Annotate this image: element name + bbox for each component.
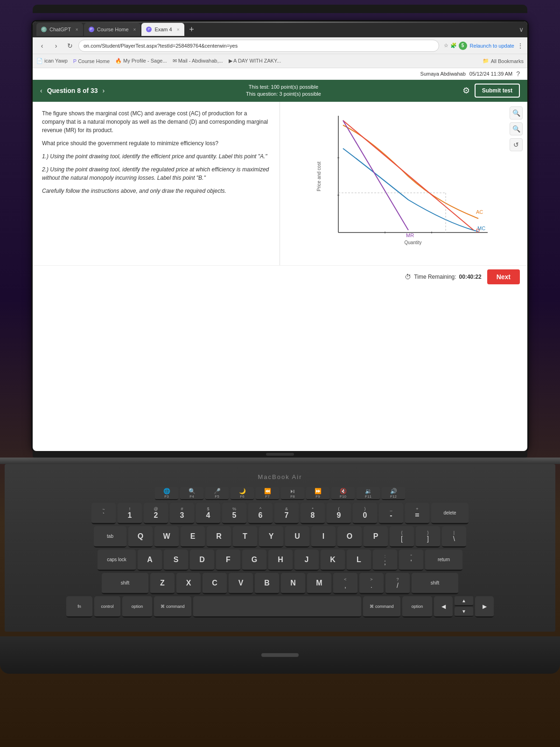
chatgpt-close[interactable]: ×: [76, 27, 78, 32]
key-h[interactable]: H: [268, 550, 293, 571]
key-semicolon[interactable]: :;: [373, 550, 397, 571]
key-shift-right[interactable]: shift: [412, 573, 458, 594]
exam4-close[interactable]: ×: [177, 27, 180, 32]
key-f[interactable]: F: [216, 550, 240, 571]
key-backslash[interactable]: |\: [442, 526, 466, 548]
key-f6[interactable]: 🌙F6: [231, 487, 254, 500]
key-slash[interactable]: ?/: [385, 573, 410, 594]
key-a[interactable]: A: [138, 550, 162, 571]
key-4[interactable]: $4: [196, 503, 220, 524]
key-t[interactable]: T: [233, 526, 257, 548]
next-button[interactable]: Next: [487, 269, 520, 284]
key-equals[interactable]: +=: [405, 503, 429, 524]
key-u[interactable]: U: [285, 526, 309, 548]
key-minus[interactable]: _-: [379, 503, 403, 524]
key-w[interactable]: W: [154, 526, 179, 548]
back-button[interactable]: ‹: [36, 40, 48, 51]
key-f10[interactable]: 🔇F10: [331, 487, 355, 500]
submit-test-button[interactable]: Submit test: [475, 84, 520, 98]
key-z[interactable]: Z: [150, 573, 175, 594]
forward-button[interactable]: ›: [50, 40, 62, 51]
key-d[interactable]: D: [190, 550, 214, 571]
bookmark-mail[interactable]: ✉ Mail - Abdiwahab,...: [173, 58, 223, 64]
extensions-icon[interactable]: 🧩: [450, 42, 457, 49]
key-7[interactable]: &7: [274, 503, 299, 524]
settings-icon[interactable]: ⚙: [462, 85, 470, 96]
key-n[interactable]: N: [281, 573, 305, 594]
key-k[interactable]: K: [321, 550, 345, 571]
key-1[interactable]: !1: [118, 503, 142, 524]
key-5[interactable]: %5: [222, 503, 246, 524]
key-f11[interactable]: 🔉F11: [357, 487, 380, 500]
key-cmd-left[interactable]: ⌘ command: [154, 596, 191, 618]
key-f4[interactable]: 🔍F4: [180, 487, 203, 500]
key-q[interactable]: Q: [128, 526, 153, 548]
zoom-out-button[interactable]: 🔍: [510, 122, 523, 135]
key-i[interactable]: I: [311, 526, 336, 548]
key-tab[interactable]: tab: [94, 526, 126, 548]
key-return[interactable]: return: [425, 550, 462, 571]
key-8[interactable]: *8: [301, 503, 325, 524]
key-m[interactable]: M: [307, 573, 331, 594]
key-l[interactable]: L: [347, 550, 371, 571]
new-tab-button[interactable]: +: [185, 23, 198, 36]
tab-course-home[interactable]: P Course Home ×: [84, 23, 141, 36]
key-v[interactable]: V: [229, 573, 253, 594]
key-x[interactable]: X: [176, 573, 201, 594]
key-f12[interactable]: 🔊F12: [382, 487, 405, 500]
address-input[interactable]: [78, 40, 439, 52]
key-backtick[interactable]: ~`: [91, 503, 116, 524]
bookmark-course-home[interactable]: P Course Home: [73, 58, 110, 64]
key-fn[interactable]: fn: [66, 596, 92, 618]
key-option-right[interactable]: option: [402, 596, 432, 618]
key-3[interactable]: #3: [170, 503, 194, 524]
browser-menu[interactable]: ∨: [519, 26, 524, 33]
key-o[interactable]: O: [337, 526, 362, 548]
bookmark-ican-yawp[interactable]: 📄 ican Yawp: [36, 58, 68, 64]
key-quote[interactable]: "': [399, 550, 423, 571]
key-0[interactable]: )0: [353, 503, 377, 524]
key-down-arrow[interactable]: ▼: [455, 607, 473, 617]
key-delete[interactable]: delete: [431, 503, 469, 524]
key-g[interactable]: G: [242, 550, 266, 571]
key-bracket-open[interactable]: {[: [390, 526, 414, 548]
key-caps[interactable]: caps lock: [98, 550, 136, 571]
key-j[interactable]: J: [294, 550, 319, 571]
key-f9[interactable]: ⏩F9: [306, 487, 329, 500]
key-f3[interactable]: 🌐F3: [155, 487, 178, 500]
refresh-button[interactable]: ↻: [64, 40, 76, 51]
key-c[interactable]: C: [203, 573, 227, 594]
prev-question-button[interactable]: ‹: [40, 87, 42, 94]
key-option-left[interactable]: option: [122, 596, 152, 618]
help-icon[interactable]: ?: [516, 70, 520, 78]
key-r[interactable]: R: [207, 526, 231, 548]
key-up-arrow[interactable]: ▲: [455, 596, 473, 606]
star-icon[interactable]: ☆: [444, 42, 448, 49]
bookmark-day-with-zaky[interactable]: ▶ A DAY WITH ZAKY...: [229, 58, 281, 64]
key-f5[interactable]: 🎤F5: [205, 487, 229, 500]
key-comma[interactable]: <,: [333, 573, 357, 594]
key-2[interactable]: @2: [144, 503, 168, 524]
key-bracket-close[interactable]: }]: [416, 526, 440, 548]
key-right-arrow[interactable]: ▶: [475, 596, 494, 618]
key-9[interactable]: (9: [327, 503, 351, 524]
course-home-close[interactable]: ×: [133, 27, 136, 32]
bookmark-my-profile[interactable]: 🔥 My Profile - Sage...: [115, 58, 167, 64]
next-question-arrow[interactable]: ›: [103, 87, 105, 94]
key-s[interactable]: S: [164, 550, 188, 571]
key-y[interactable]: Y: [259, 526, 283, 548]
key-e[interactable]: E: [181, 526, 205, 548]
key-cmd-right[interactable]: ⌘ command: [363, 596, 400, 618]
key-b[interactable]: B: [255, 573, 279, 594]
key-period[interactable]: >.: [359, 573, 384, 594]
key-space[interactable]: [193, 596, 361, 618]
browser-settings[interactable]: ⋮: [517, 42, 524, 49]
zoom-in-button[interactable]: 🔍: [510, 106, 523, 120]
reset-view-button[interactable]: ↺: [510, 138, 523, 151]
tab-exam4[interactable]: P Exam 4 ×: [141, 23, 184, 36]
key-ctrl[interactable]: control: [94, 596, 120, 618]
key-p[interactable]: P: [364, 526, 388, 548]
all-bookmarks[interactable]: 📁 All Bookmarks: [483, 58, 524, 64]
tab-chatgpt[interactable]: C ChatGPT ×: [36, 23, 83, 36]
key-f7[interactable]: ⏪F7: [256, 487, 279, 500]
